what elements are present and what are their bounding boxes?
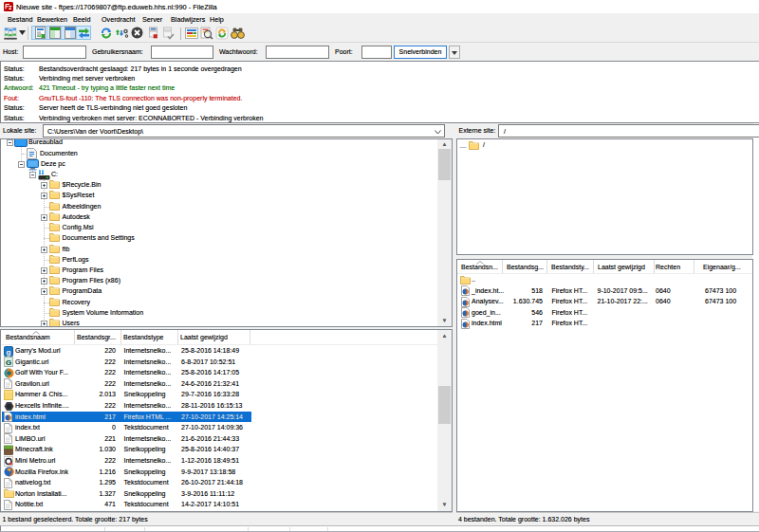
svg-text:G: G	[5, 358, 10, 367]
svg-text:g: g	[6, 347, 10, 356]
